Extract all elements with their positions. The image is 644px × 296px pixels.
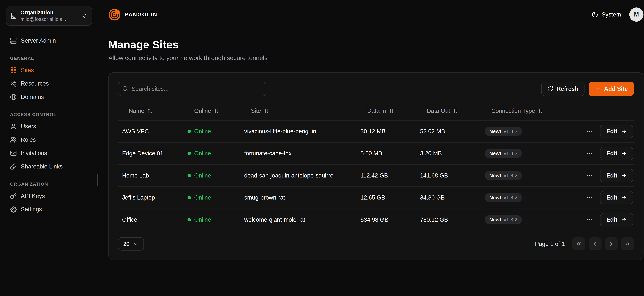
moon-icon [592, 11, 598, 18]
sort-site-button[interactable]: Site [251, 108, 269, 114]
sites-table-card: Refresh Add Site Name Online [108, 72, 644, 260]
sort-icon [214, 108, 219, 114]
data-out-value: 3.20 MB [416, 150, 480, 157]
ellipsis-icon [586, 172, 594, 179]
key-icon [10, 193, 17, 200]
site-slug: welcome-giant-mole-rat [240, 216, 356, 223]
sort-icon [538, 108, 544, 114]
plus-icon [595, 86, 601, 92]
online-status: Online [188, 128, 236, 135]
sidebar-item-label: Users [21, 123, 36, 130]
sort-data-in-button[interactable]: Data In [367, 108, 394, 114]
row-menu-button[interactable] [586, 128, 594, 135]
table-row: Office Online welcome-giant-mole-rat 534… [118, 208, 634, 231]
site-name: AWS VPC [118, 128, 184, 135]
data-in-value: 30.12 MB [356, 128, 416, 135]
edit-button[interactable]: Edit [600, 213, 633, 226]
page-title: Manage Sites [108, 38, 644, 51]
sidebar-item-label: Settings [21, 206, 42, 213]
connection-type-badge: Newtv1.3.2 [485, 193, 522, 202]
page-indicator: Page 1 of 1 [535, 240, 565, 247]
sort-icon [147, 108, 153, 114]
sort-icon [264, 108, 269, 114]
ellipsis-icon [586, 194, 594, 201]
connection-type-badge: Newtv1.3.2 [485, 215, 522, 224]
online-dot [188, 130, 191, 133]
sidebar-item-label: Shareable Links [21, 163, 63, 170]
sidebar-item-label: API Keys [21, 193, 45, 200]
main-area: PANGOLIN System M Manage Sites Allow con… [98, 0, 644, 296]
table-footer: 20 Page 1 of 1 [118, 237, 634, 251]
row-menu-button[interactable] [586, 150, 594, 157]
arrow-right-icon [621, 128, 627, 134]
online-status: Online [188, 216, 236, 223]
sidebar-scrollbar-thumb[interactable] [97, 174, 98, 186]
data-in-value: 112.42 GB [356, 172, 416, 179]
chevrons-right-icon [624, 241, 631, 247]
ellipsis-icon [586, 128, 594, 135]
sort-online-button[interactable]: Online [194, 108, 220, 114]
row-menu-button[interactable] [586, 172, 594, 179]
avatar[interactable]: M [629, 8, 644, 22]
row-menu-button[interactable] [586, 194, 594, 201]
edit-button[interactable]: Edit [600, 191, 633, 204]
sidebar-item-shareable-links[interactable]: Shareable Links [6, 160, 92, 173]
edit-button[interactable]: Edit [600, 147, 633, 160]
sidebar-item-server-admin[interactable]: Server Admin [6, 34, 92, 48]
sidebar-item-api-keys[interactable]: API Keys [6, 189, 92, 203]
data-out-value: 52.02 MB [416, 128, 480, 135]
page-size-select[interactable]: 20 [118, 237, 144, 251]
column-header-data-out: Data Out [416, 108, 480, 114]
arrow-right-icon [621, 150, 627, 156]
brand-name: PANGOLIN [125, 12, 158, 18]
edit-button[interactable]: Edit [600, 125, 633, 138]
arrow-right-icon [621, 217, 627, 222]
data-out-value: 141.68 GB [416, 172, 480, 179]
sort-name-button[interactable]: Name [129, 108, 153, 114]
theme-toggle-button[interactable]: System [592, 11, 621, 18]
topbar: PANGOLIN System M [98, 0, 644, 28]
edit-button[interactable]: Edit [600, 169, 633, 182]
search-input[interactable] [118, 82, 266, 96]
next-page-button[interactable] [605, 238, 618, 250]
data-out-value: 780.12 GB [416, 216, 480, 223]
sidebar-item-label: Roles [21, 136, 36, 143]
column-header-online: Online [184, 108, 240, 114]
sidebar-item-roles[interactable]: Roles [6, 133, 92, 146]
pangolin-logo-icon [108, 8, 121, 21]
column-header-name: Name [118, 108, 184, 114]
sidebar-item-settings[interactable]: Settings [6, 202, 92, 216]
first-page-button[interactable] [572, 238, 585, 250]
gear-icon [10, 206, 17, 213]
theme-label: System [602, 11, 621, 18]
table-row: AWS VPC Online vivacious-little-blue-pen… [118, 120, 634, 142]
add-site-button[interactable]: Add Site [589, 82, 634, 96]
sidebar-item-domains[interactable]: Domains [6, 90, 92, 104]
sort-connection-type-button[interactable]: Connection Type [491, 108, 544, 114]
sort-icon [389, 108, 394, 114]
data-in-value: 534.98 GB [356, 216, 416, 223]
page-subtitle: Allow connectivity to your network throu… [108, 54, 644, 62]
sort-data-out-button[interactable]: Data Out [427, 108, 458, 114]
last-page-button[interactable] [621, 238, 634, 250]
organization-title: Organization [20, 9, 78, 16]
sidebar-item-invitations[interactable]: Invitations [6, 146, 92, 160]
sidebar-item-users[interactable]: Users [6, 120, 92, 133]
organization-selector[interactable]: Organization milo@fossorial.io's ... [6, 6, 92, 26]
previous-page-button[interactable] [588, 238, 602, 250]
refresh-icon [548, 86, 553, 92]
search-field-wrap [118, 82, 266, 96]
user-icon [10, 123, 17, 130]
sidebar-section-access-control: ACCESS CONTROL [10, 112, 88, 117]
ellipsis-icon [586, 150, 594, 157]
row-menu-button[interactable] [586, 216, 594, 223]
table-toolbar: Refresh Add Site [118, 82, 634, 96]
brand: PANGOLIN [108, 8, 158, 21]
connection-type-badge: Newtv1.3.2 [485, 171, 522, 180]
sidebar-item-sites[interactable]: Sites [6, 64, 92, 77]
data-out-value: 34.80 GB [416, 194, 480, 201]
refresh-button[interactable]: Refresh [541, 82, 584, 96]
ellipsis-icon [586, 216, 594, 223]
site-name: Office [118, 216, 184, 223]
sidebar-item-resources[interactable]: Resources [6, 77, 92, 90]
